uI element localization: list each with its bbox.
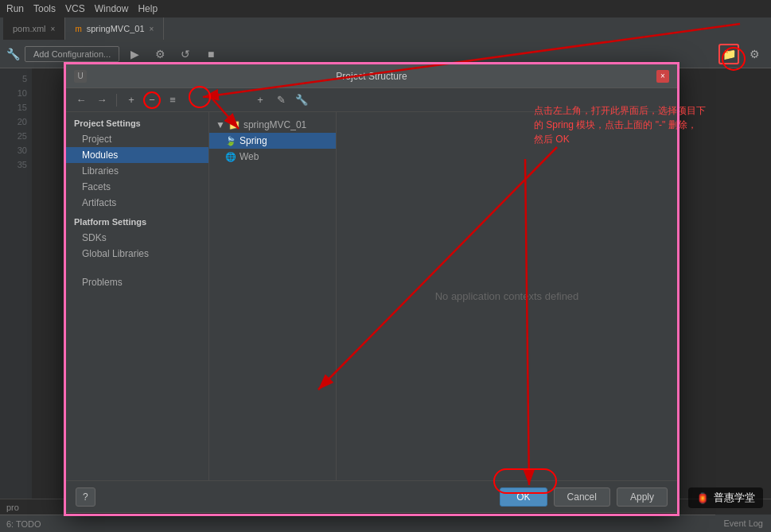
dialog-add2-button[interactable]: +	[251, 91, 269, 109]
add-configuration-button[interactable]: Add Configuration...	[25, 46, 119, 62]
rerun-button[interactable]: ↺	[175, 44, 196, 64]
nav-modules[interactable]: Modules	[66, 147, 208, 163]
tree-root-icon: 📁	[228, 119, 240, 130]
dialog-forward-button[interactable]: →	[93, 91, 111, 109]
nav-sdks[interactable]: SDKs	[66, 230, 208, 246]
tab-bar: pom.xml × m springMVC_01 ×	[0, 17, 771, 40]
folder-button[interactable]: 📁	[718, 44, 739, 64]
dialog-titlebar: U Project Structure ×	[66, 64, 677, 88]
dialog-wrench-button[interactable]: 🔧	[293, 91, 310, 109]
tab-spring-icon: m	[75, 25, 81, 33]
tab-pom-close[interactable]: ×	[51, 25, 56, 33]
dialog-footer: ? OK Cancel Apply	[66, 480, 677, 512]
watermark-emoji: 🏮	[696, 492, 709, 504]
tab-spring-label: springMVC_01	[87, 24, 145, 33]
tree-web-label: Web	[239, 151, 259, 162]
dialog-close-button[interactable]: ×	[656, 70, 669, 83]
dialog-main-content: No application contexts defined	[337, 112, 677, 480]
menu-window[interactable]: Window	[95, 3, 129, 14]
run-button[interactable]: ▶	[124, 44, 145, 64]
menu-vcs[interactable]: VCS	[65, 3, 85, 14]
menu-help[interactable]: Help	[138, 3, 158, 14]
dialog-tree-panel: ▼ 📁 springMVC_01 🍃 Spring 🌐 Web	[209, 112, 337, 480]
dialog-ok-button[interactable]: OK	[500, 487, 547, 507]
tree-root-arrow: ▼	[216, 119, 225, 130]
tab-pom-label: pom.xml	[13, 24, 46, 33]
dialog-add-button[interactable]: +	[123, 91, 140, 109]
annotation-line1: 点击左上角，打开此界面后，选择项目下	[534, 103, 706, 118]
platform-settings-header: Platform Settings	[66, 211, 208, 230]
tab-spring-mvc[interactable]: m springMVC_01 ×	[65, 17, 164, 40]
apply-label: Apply	[630, 491, 654, 503]
annotation-line3: 然后 OK	[534, 132, 706, 146]
settings-button[interactable]: ⚙	[744, 44, 765, 64]
tree-web-icon: 🌐	[225, 152, 236, 162]
cancel-label: Cancel	[567, 491, 597, 503]
nav-project[interactable]: Project	[66, 131, 208, 147]
stop-button[interactable]: ■	[201, 44, 221, 64]
menu-bar: Run Tools VCS Window Help	[0, 0, 771, 17]
nav-libraries[interactable]: Libraries	[66, 163, 208, 179]
tree-spring-label: Spring	[239, 135, 267, 146]
tree-web[interactable]: 🌐 Web	[209, 149, 336, 165]
watermark-text: 普惠学堂	[714, 491, 755, 505]
line-numbers: 5 10 15 20 25 30 35	[0, 68, 32, 532]
dialog-list-button[interactable]: ≡	[164, 91, 181, 109]
tab-pom-xml[interactable]: pom.xml ×	[3, 17, 65, 40]
dialog-apply-button[interactable]: Apply	[617, 487, 668, 507]
project-settings-header: Project Settings	[66, 112, 208, 131]
dialog-help-button[interactable]: ?	[76, 487, 95, 507]
annotation-text: 点击左上角，打开此界面后，选择项目下 的 Spring 模块，点击上面的 "-"…	[534, 103, 706, 146]
event-log-label: Event Log	[723, 518, 763, 528]
bottom-text: pro	[6, 503, 19, 512]
build-button[interactable]: ⚙	[150, 44, 170, 64]
menu-tools[interactable]: Tools	[33, 3, 56, 14]
nav-facets[interactable]: Facets	[66, 179, 208, 195]
event-log-bar[interactable]: Event Log	[715, 515, 771, 532]
dialog-cancel-button[interactable]: Cancel	[554, 487, 610, 507]
no-contexts-label: No application contexts defined	[435, 290, 579, 302]
tree-spring-icon: 🍃	[225, 136, 236, 146]
tab-spring-close[interactable]: ×	[150, 25, 154, 33]
dialog-edit-button[interactable]: ✎	[272, 91, 290, 109]
dialog-body: Project Settings Project Modules Librari…	[66, 112, 677, 480]
ok-label: OK	[516, 491, 530, 503]
dialog-remove-button[interactable]: −	[143, 91, 161, 109]
status-bar: 6: TODO ⚙	[0, 515, 771, 532]
menu-run[interactable]: Run	[6, 3, 24, 14]
toolbar-wrench-icon: 🔧	[6, 48, 20, 60]
dialog-back-button[interactable]: ←	[72, 91, 90, 109]
watermark: 🏮 普惠学堂	[688, 487, 763, 508]
dialog-title: Project Structure	[87, 71, 656, 82]
dialog-icon: U	[74, 70, 87, 83]
help-label: ?	[83, 491, 88, 503]
tree-root[interactable]: ▼ 📁 springMVC_01	[209, 117, 336, 133]
nav-artifacts[interactable]: Artifacts	[66, 195, 208, 211]
nav-problems[interactable]: Problems	[66, 274, 208, 290]
annotation-line2: 的 Spring 模块，点击上面的 "-" 删除，	[534, 118, 706, 132]
todo-label[interactable]: 6: TODO	[6, 519, 41, 529]
tree-root-label: springMVC_01	[243, 119, 306, 130]
dialog-left-panel: Project Settings Project Modules Librari…	[66, 112, 209, 480]
nav-global-libraries[interactable]: Global Libraries	[66, 246, 208, 262]
tree-spring[interactable]: 🍃 Spring	[209, 133, 336, 149]
